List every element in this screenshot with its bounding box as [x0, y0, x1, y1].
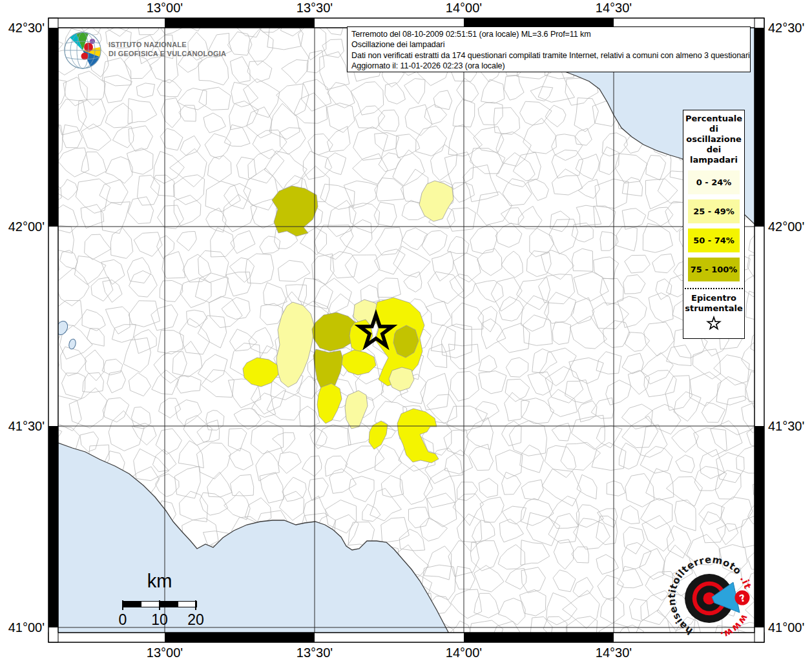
lat-label-right-1: 42°00' — [768, 219, 812, 234]
scalebar-unit: km — [129, 571, 190, 592]
lat-label-left-3: 41°00' — [0, 620, 45, 635]
lon-label-top-3: 14°30' — [585, 1, 643, 15]
legend-epicenter-label: Epicentro strumentale — [683, 293, 744, 314]
epicenter-star-icon — [705, 315, 722, 332]
lat-label-left-0: 42°30' — [0, 21, 45, 36]
lon-label-top-1: 13°30' — [286, 1, 344, 15]
lon-label-bottom-0: 13°00' — [136, 646, 194, 660]
scalebar-num-0: 0 — [110, 611, 136, 629]
lon-label-top-0: 13°00' — [136, 1, 194, 15]
ingv-logo-icon — [62, 30, 103, 71]
legend-title: Percentuale di oscillazione dei lampadar… — [683, 114, 744, 165]
shakemap-page: 13°00' 13°30' 14°00' 14°30' 13°00' 13°30… — [0, 0, 812, 661]
event-question: Oscillazione dei lampadari — [351, 39, 746, 50]
lon-label-bottom-3: 14°30' — [585, 646, 643, 660]
lon-label-bottom-2: 14°00' — [435, 646, 493, 660]
scalebar-tick — [195, 600, 196, 610]
lat-label-right-3: 41°00' — [768, 620, 812, 635]
lat-label-left-1: 42°00' — [0, 219, 45, 234]
scalebar-seg — [123, 602, 141, 607]
legend-swatch-1: 25 - 49% — [688, 199, 740, 223]
legend-swatch-0: 0 - 24% — [688, 170, 740, 194]
scalebar-num-1: 10 — [147, 611, 172, 629]
scalebar-seg — [178, 602, 196, 607]
haisentito-logo: ? haisentitoilterremoto .it www. — [658, 542, 771, 649]
legend-divider — [685, 288, 743, 289]
scalebar-tick — [159, 600, 160, 610]
lon-label-bottom-1: 13°30' — [286, 646, 344, 660]
ingv-line2: DI GEOFISICA E VULCANOLOGIA — [109, 50, 226, 59]
legend-box: Percentuale di oscillazione dei lampadar… — [683, 110, 745, 339]
scalebar-seg — [141, 602, 160, 607]
watermark-suffix: .it — [738, 573, 754, 590]
scalebar-num-2: 20 — [183, 611, 209, 629]
legend-swatch-3: 75 - 100% — [688, 258, 740, 281]
legend-swatch-2: 50 - 74% — [688, 229, 740, 252]
lat-label-left-2: 41°30' — [0, 419, 45, 434]
lat-label-right-0: 42°30' — [768, 21, 812, 36]
lat-label-right-2: 41°30' — [768, 419, 812, 434]
event-updated-at: Aggiornato il: 11-01-2026 02:23 (ora loc… — [351, 61, 746, 71]
ingv-wordmark: ISTITUTO NAZIONALE DI GEOFISICA E VULCAN… — [109, 41, 226, 58]
event-summary: Terremoto del 08-10-2009 02:51:51 (ora l… — [351, 29, 746, 39]
lon-label-top-2: 14°00' — [435, 1, 493, 15]
scalebar-seg — [160, 602, 178, 607]
event-info-box: Terremoto del 08-10-2009 02:51:51 (ora l… — [347, 26, 751, 72]
scalebar-tick — [122, 600, 123, 610]
ingv-line1: ISTITUTO NAZIONALE — [109, 41, 226, 50]
event-data-note: Dati non verificati estratti da 174 ques… — [351, 50, 746, 61]
